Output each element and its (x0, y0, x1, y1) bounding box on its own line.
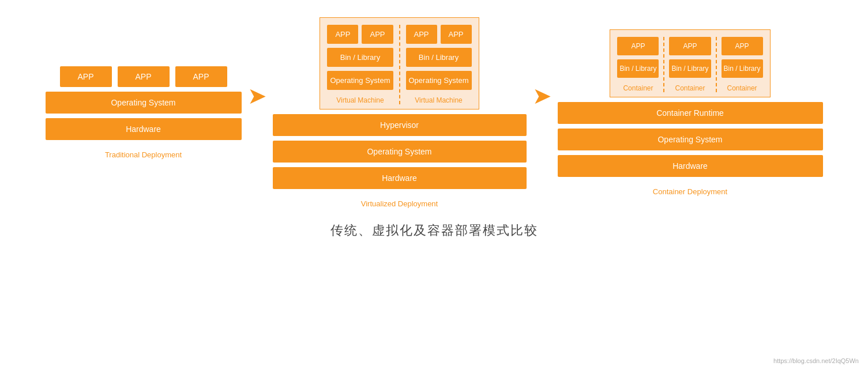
cont1-app: APP (617, 37, 659, 55)
main-container: APP APP APP Operating System Hardware Tr… (0, 0, 868, 251)
virt-top-area: APP APP Bin / Library Operating System V… (320, 17, 479, 110)
cont3-label: Container (722, 84, 763, 92)
trad-hardware: Hardware (46, 118, 242, 140)
vm2-apps-row: APP APP (406, 25, 472, 44)
traditional-deployment: APP APP APP Operating System Hardware Tr… (46, 66, 242, 159)
cont1-column: APP Bin / Library Container (617, 37, 664, 92)
page-title: 传统、虚拟化及容器部署模式比较 (330, 222, 538, 239)
vm2-column: APP APP Bin / Library Operating System V… (406, 25, 472, 104)
trad-app-1: APP (60, 66, 112, 87)
cont3-app: APP (722, 37, 763, 55)
trad-app-3: APP (175, 66, 227, 87)
cont3-bin: Bin / Library (722, 59, 763, 78)
trad-apps-row: APP APP APP (60, 66, 227, 87)
virt-label: Virtualized Deployment (361, 199, 438, 208)
cont-hardware: Hardware (558, 155, 823, 177)
cont-runtime: Container Runtime (558, 102, 823, 124)
cont3-column: APP Bin / Library Container (722, 37, 763, 92)
cont-os: Operating System (558, 129, 823, 150)
trad-app-2: APP (118, 66, 170, 87)
vm2-bin: Bin / Library (406, 48, 472, 67)
vm1-column: APP APP Bin / Library Operating System V… (327, 25, 400, 104)
vm1-os: Operating System (327, 71, 393, 90)
vm1-bin: Bin / Library (327, 48, 393, 67)
page-footer: 传统、虚拟化及容器部署模式比较 (330, 222, 538, 239)
virt-os: Operating System (273, 141, 527, 163)
diagrams-row: APP APP APP Operating System Hardware Tr… (23, 17, 845, 208)
cont1-bin: Bin / Library (617, 59, 659, 78)
trad-label: Traditional Deployment (105, 150, 182, 159)
vm2-os: Operating System (406, 71, 472, 90)
arrow-2: ➤ (532, 82, 552, 109)
virtualized-deployment: APP APP Bin / Library Operating System V… (273, 17, 527, 208)
virt-hypervisor: Hypervisor (273, 114, 527, 136)
vm1-label: Virtual Machine (327, 96, 393, 104)
vm1-apps-row: APP APP (327, 25, 393, 44)
trad-os: Operating System (46, 92, 242, 114)
cont-label: Container Deployment (653, 187, 727, 196)
arrow-1: ➤ (247, 82, 267, 109)
cont2-label: Container (669, 84, 711, 92)
cont2-bin: Bin / Library (669, 59, 711, 78)
cont2-app: APP (669, 37, 711, 55)
vm1-app-1: APP (327, 25, 358, 44)
vm1-app-2: APP (362, 25, 393, 44)
virt-hardware: Hardware (273, 167, 527, 189)
cont1-label: Container (617, 84, 659, 92)
vm2-app-2: APP (441, 25, 472, 44)
watermark: https://blog.csdn.net/2IqQ5Wn (773, 357, 859, 364)
cont-top-area: APP Bin / Library Container APP Bin / Li… (610, 29, 770, 97)
cont2-column: APP Bin / Library Container (669, 37, 716, 92)
container-deployment: APP Bin / Library Container APP Bin / Li… (558, 29, 823, 196)
vm2-app-1: APP (406, 25, 437, 44)
vm2-label: Virtual Machine (406, 96, 472, 104)
